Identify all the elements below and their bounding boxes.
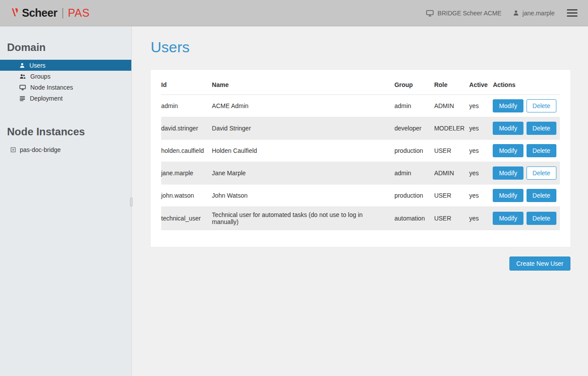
topbar: Scheer PAS BRIDGE Scheer ACME jane.marpl… [0, 0, 588, 26]
cell-active: yes [469, 207, 493, 230]
table-row: admin ACME Admin admin ADMIN yes Modify … [161, 95, 560, 117]
cell-actions: Modify Delete [493, 117, 560, 140]
create-new-user-button[interactable]: Create New User [509, 257, 570, 271]
header-role: Role [434, 72, 469, 95]
modify-button[interactable]: Modify [493, 99, 523, 112]
cell-id: david.stringer [161, 117, 212, 140]
node-instance-label: pas-doc-bridge [20, 146, 61, 153]
cell-role: ADMIN [434, 162, 469, 184]
monitor-icon [19, 84, 26, 90]
cell-name: Holden Caulfield [212, 140, 395, 162]
modify-button[interactable]: Modify [493, 189, 523, 202]
menu-icon[interactable] [566, 7, 578, 18]
cell-id: technical_user [161, 207, 212, 230]
cell-name: Jane Marple [212, 162, 395, 184]
cell-group: developer [394, 117, 434, 140]
brand-name: Scheer [22, 7, 57, 19]
table-header-row: Id Name Group Role Active Actions [161, 72, 560, 95]
cell-actions: Modify Delete [493, 184, 560, 207]
sidebar-item-label: Node Instances [30, 84, 73, 91]
cell-name: ACME Admin [212, 95, 395, 117]
cell-actions: Modify Delete [493, 140, 560, 162]
cell-role: ADMIN [434, 95, 469, 117]
modify-button[interactable]: Modify [493, 144, 523, 157]
cell-id: jane.marple [161, 162, 212, 184]
cell-actions: Modify Delete [493, 162, 560, 184]
cell-role: USER [434, 207, 469, 230]
shell: Domain Users Groups Node Instances [0, 26, 588, 376]
cell-name: David Stringer [212, 117, 395, 140]
header-actions: Actions [493, 72, 560, 95]
table-row: john.watson John Watson production USER … [161, 184, 560, 207]
modify-button[interactable]: Modify [493, 122, 523, 135]
username-label: jane.marple [523, 10, 555, 17]
cell-id: john.watson [161, 184, 212, 207]
header-id: Id [161, 72, 212, 95]
logo-divider [62, 8, 63, 18]
header-group: Group [394, 72, 434, 95]
sidebar-item-groups[interactable]: Groups [0, 71, 131, 82]
current-user[interactable]: jane.marple [513, 10, 555, 17]
table-row: david.stringer David Stringer developer … [161, 117, 560, 140]
delete-button[interactable]: Delete [527, 189, 556, 202]
cell-group: production [394, 184, 434, 207]
domain-heading: Domain [7, 41, 124, 54]
sidebar-resize-handle[interactable] [130, 198, 133, 206]
sidebar-item-users[interactable]: Users [0, 60, 131, 71]
create-user-row: Create New User [151, 257, 570, 271]
cell-role: MODELER [434, 117, 469, 140]
cell-active: yes [469, 162, 493, 184]
topbar-right: BRIDGE Scheer ACME jane.marple [426, 7, 578, 18]
sidebar-item-label: Deployment [30, 95, 63, 102]
header-active: Active [469, 72, 493, 95]
cell-active: yes [469, 95, 493, 117]
monitor-icon [426, 10, 434, 17]
cell-actions: Modify Delete [493, 207, 560, 230]
tree-item-pas-doc-bridge[interactable]: pas-doc-bridge [0, 144, 131, 155]
list-icon [19, 95, 25, 101]
users-table-card: Id Name Group Role Active Actions admin … [151, 70, 570, 247]
sidebar-item-node-instances[interactable]: Node Instances [0, 82, 131, 93]
header-name: Name [212, 72, 395, 95]
sidebar-item-label: Users [29, 62, 46, 69]
cell-group: admin [394, 95, 434, 117]
sidebar: Domain Users Groups Node Instances [0, 26, 132, 376]
delete-button[interactable]: Delete [527, 212, 556, 225]
expand-plus-icon[interactable] [11, 147, 16, 152]
table-row: technical_user Technical user for automa… [161, 207, 560, 230]
cell-id: admin [161, 95, 212, 117]
group-icon [19, 73, 26, 80]
cell-active: yes [469, 140, 493, 162]
cell-name: John Watson [212, 184, 395, 207]
users-table-body: admin ACME Admin admin ADMIN yes Modify … [161, 95, 560, 230]
modify-button[interactable]: Modify [493, 166, 523, 180]
cell-role: USER [434, 184, 469, 207]
cell-actions: Modify Delete [493, 95, 560, 117]
table-row: holden.caulfield Holden Caulfield produc… [161, 140, 560, 162]
bridge-label: BRIDGE Scheer ACME [437, 10, 501, 17]
bridge-selector[interactable]: BRIDGE Scheer ACME [426, 10, 501, 17]
cell-active: yes [469, 117, 493, 140]
product-name: PAS [68, 7, 90, 19]
delete-button[interactable]: Delete [527, 122, 556, 135]
app-logo[interactable]: Scheer PAS [11, 7, 90, 19]
sidebar-item-deployment[interactable]: Deployment [0, 93, 131, 104]
user-icon [19, 62, 25, 69]
cell-id: holden.caulfield [161, 140, 212, 162]
delete-button[interactable]: Delete [527, 144, 556, 157]
main-content: Users Id Name Group Role Active Actions [132, 26, 588, 376]
cell-group: production [394, 140, 434, 162]
table-row: jane.marple Jane Marple admin ADMIN yes … [161, 162, 560, 184]
user-icon [513, 10, 519, 16]
node-instances-heading: Node Instances [7, 126, 124, 138]
page-title: Users [151, 39, 570, 56]
cell-active: yes [469, 184, 493, 207]
delete-button[interactable]: Delete [527, 166, 556, 180]
modify-button[interactable]: Modify [493, 212, 523, 225]
cell-group: admin [394, 162, 434, 184]
cell-name: Technical user for automated tasks (do n… [212, 207, 395, 230]
cell-role: USER [434, 140, 469, 162]
delete-button[interactable]: Delete [527, 99, 556, 112]
sidebar-item-label: Groups [30, 73, 51, 80]
cell-group: automation [394, 207, 434, 230]
